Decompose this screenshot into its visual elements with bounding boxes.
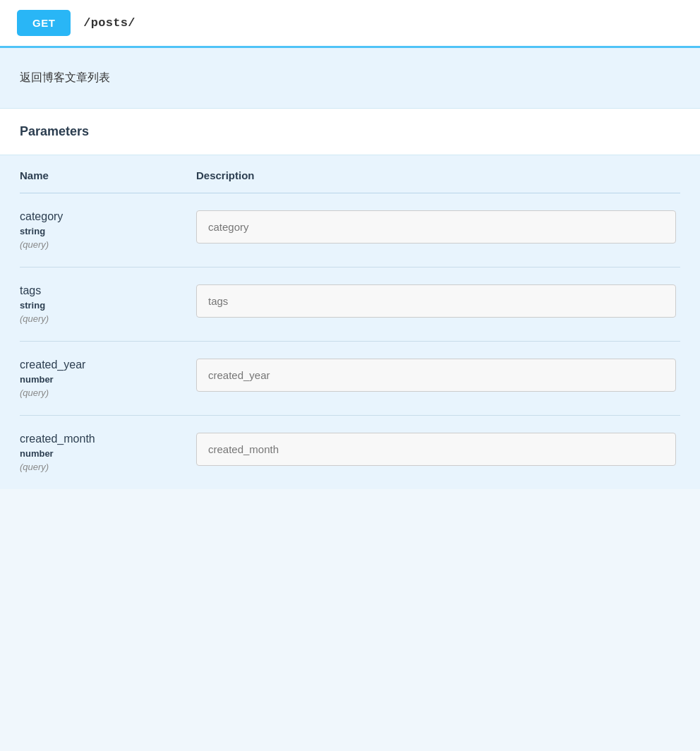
method-badge: GET	[17, 10, 71, 36]
param-type-created-year: number	[20, 374, 196, 385]
column-header-description: Description	[196, 169, 680, 181]
param-info-category: category string (query)	[20, 210, 196, 250]
param-name-category: category	[20, 210, 196, 223]
param-name-created-month: created_month	[20, 433, 196, 445]
header-bar: GET /posts/	[0, 0, 700, 48]
column-header-name: Name	[20, 169, 196, 181]
param-row-created-month: created_month number (query)	[20, 416, 680, 489]
param-row-tags: tags string (query)	[20, 268, 680, 342]
table-header: Name Description	[20, 155, 680, 193]
param-info-created-year: created_year number (query)	[20, 359, 196, 398]
param-name-created-year: created_year	[20, 359, 196, 371]
param-location-category: (query)	[20, 239, 196, 250]
param-input-category[interactable]	[196, 210, 676, 244]
param-name-tags: tags	[20, 284, 196, 297]
param-info-created-month: created_month number (query)	[20, 433, 196, 472]
param-row-category: category string (query)	[20, 193, 680, 268]
param-input-created-month[interactable]	[196, 433, 676, 466]
params-table: Name Description category string (query)…	[0, 155, 700, 489]
param-type-tags: string	[20, 300, 196, 311]
param-location-created-year: (query)	[20, 387, 196, 398]
param-location-created-month: (query)	[20, 462, 196, 472]
description-section: 返回博客文章列表	[0, 48, 700, 109]
endpoint-path: /posts/	[83, 16, 135, 30]
param-input-created-year[interactable]	[196, 359, 676, 392]
parameters-title: Parameters	[20, 124, 89, 138]
param-type-created-month: number	[20, 448, 196, 459]
param-type-category: string	[20, 226, 196, 236]
param-location-tags: (query)	[20, 313, 196, 324]
param-info-tags: tags string (query)	[20, 284, 196, 324]
description-text: 返回博客文章列表	[20, 71, 110, 83]
param-row-created-year: created_year number (query)	[20, 342, 680, 416]
parameters-section: Parameters	[0, 109, 700, 155]
param-input-tags[interactable]	[196, 284, 676, 318]
